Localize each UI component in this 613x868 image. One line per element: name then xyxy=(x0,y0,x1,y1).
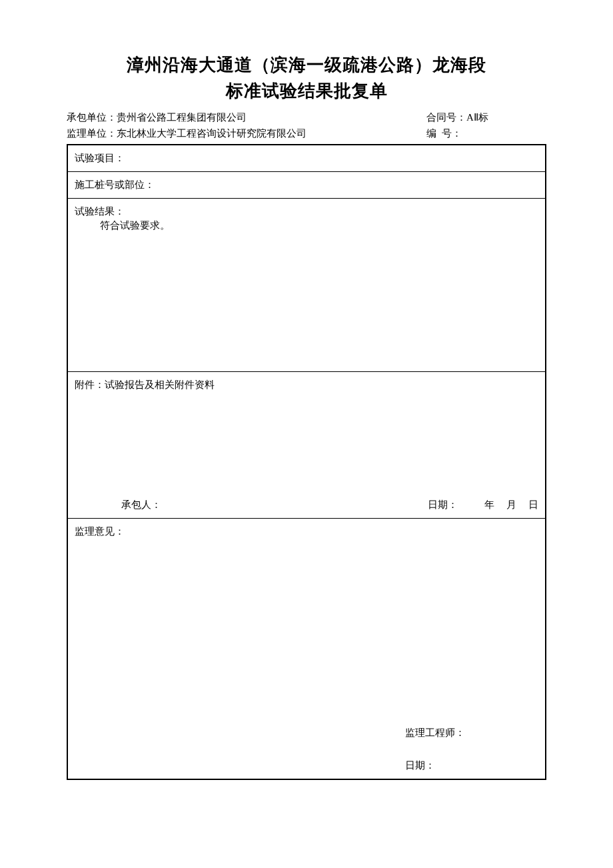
title-line-1: 漳州沿海大通道（滨海一级疏港公路）龙海段 xyxy=(67,53,546,77)
document-form: 漳州沿海大通道（滨海一级疏港公路）龙海段 标准试验结果批复单 承包单位：贵州省公… xyxy=(0,0,613,780)
serial-label-b: 号： xyxy=(442,128,462,139)
opinion-date-label: 日期： xyxy=(405,759,465,772)
contractor-label: 承包单位： xyxy=(67,112,117,123)
supervisor-value: 东北林业大学工程咨询设计研究院有限公司 xyxy=(117,128,306,139)
opinion-label: 监理意见： xyxy=(75,526,125,537)
station-cell: 施工桩号或部位： xyxy=(68,172,545,199)
test-item-label: 试验项目： xyxy=(75,153,125,163)
month-unit: 月 xyxy=(506,499,516,511)
result-cell: 试验结果： 符合试验要求。 xyxy=(68,199,545,372)
title-line-2: 标准试验结果批复单 xyxy=(67,79,546,103)
date-row: 日期： 年 月 日 xyxy=(428,499,538,511)
meta-row-2: 监理单位：东北林业大学工程咨询设计研究院有限公司 编号： xyxy=(67,125,546,141)
opinion-footer: 监理工程师： 日期： xyxy=(405,707,465,772)
year-unit: 年 xyxy=(484,499,494,511)
contractor-person-label: 承包人： xyxy=(121,499,161,510)
supervisor-label: 监理单位： xyxy=(67,128,117,139)
engineer-label: 监理工程师： xyxy=(405,727,465,739)
contractor-value: 贵州省公路工程集团有限公司 xyxy=(117,112,247,123)
meta-row-1: 承包单位：贵州省公路工程集团有限公司 合同号：AⅡ标 xyxy=(67,109,546,125)
test-item-cell: 试验项目： xyxy=(68,145,545,172)
attachment-footer: 承包人： 日期： 年 月 日 xyxy=(68,499,545,511)
contract-no-label: 合同号： xyxy=(426,112,466,123)
attachment-value: 试验报告及相关附件资料 xyxy=(105,379,215,390)
result-label: 试验结果： xyxy=(75,206,125,217)
opinion-cell: 监理意见： 监理工程师： 日期： xyxy=(68,519,545,779)
date-label: 日期： xyxy=(428,499,458,511)
attachment-label: 附件： xyxy=(75,379,105,390)
station-label: 施工桩号或部位： xyxy=(75,179,155,190)
attachment-cell: 附件：试验报告及相关附件资料 承包人： 日期： 年 月 日 xyxy=(68,372,545,519)
day-unit: 日 xyxy=(528,499,538,511)
contract-no-value: AⅡ标 xyxy=(466,112,488,123)
form-table: 试验项目： 施工桩号或部位： 试验结果： 符合试验要求。 附件：试验报告及相关附… xyxy=(67,144,546,780)
result-body: 符合试验要求。 xyxy=(75,219,538,232)
serial-label-a: 编 xyxy=(426,128,442,139)
